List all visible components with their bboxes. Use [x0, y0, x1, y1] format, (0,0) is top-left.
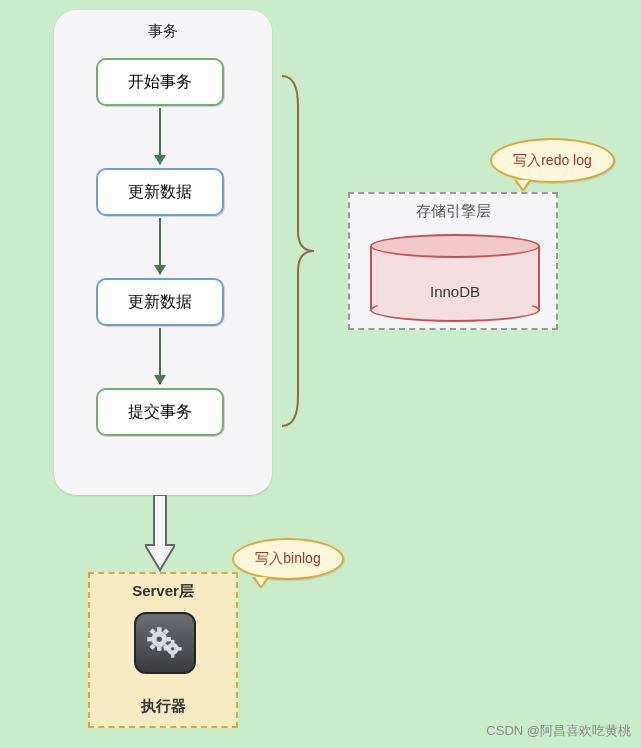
cylinder-label: InnoDB	[370, 283, 540, 300]
svg-point-9	[156, 636, 162, 642]
arrow-1	[159, 108, 161, 164]
watermark: CSDN @阿昌喜欢吃黄桃	[486, 722, 631, 740]
svg-rect-11	[171, 640, 174, 643]
bubble-redolog: 写入redo log	[490, 138, 615, 183]
bubble-redolog-text: 写入redo log	[513, 152, 592, 170]
svg-rect-14	[178, 647, 181, 650]
storage-title: 存储引擎层	[350, 202, 556, 221]
gear-icon	[134, 612, 196, 674]
svg-rect-1	[157, 628, 161, 632]
arrow-2	[159, 218, 161, 274]
bubble-binlog-text: 写入binlog	[255, 550, 320, 568]
step-begin-transaction: 开始事务	[96, 58, 224, 106]
svg-rect-4	[167, 637, 171, 641]
svg-point-15	[171, 647, 175, 651]
storage-engine-panel: 存储引擎层 InnoDB	[348, 192, 558, 330]
panel-title: 事务	[54, 10, 272, 41]
step-commit-transaction: 提交事务	[96, 388, 224, 436]
executor-label: 执行器	[90, 697, 236, 716]
svg-rect-13	[164, 647, 167, 650]
step-update-2: 更新数据	[96, 278, 224, 326]
svg-rect-2	[157, 647, 161, 651]
svg-rect-3	[148, 637, 152, 641]
big-arrow-down	[145, 495, 175, 572]
server-title: Server层	[90, 582, 236, 601]
server-layer-panel: Server层	[88, 572, 238, 728]
cylinder-innodb: InnoDB	[370, 234, 540, 322]
step-update-1: 更新数据	[96, 168, 224, 216]
bubble-binlog: 写入binlog	[232, 538, 344, 580]
svg-rect-12	[171, 655, 174, 658]
arrow-3	[159, 328, 161, 384]
curly-brace	[280, 76, 316, 426]
